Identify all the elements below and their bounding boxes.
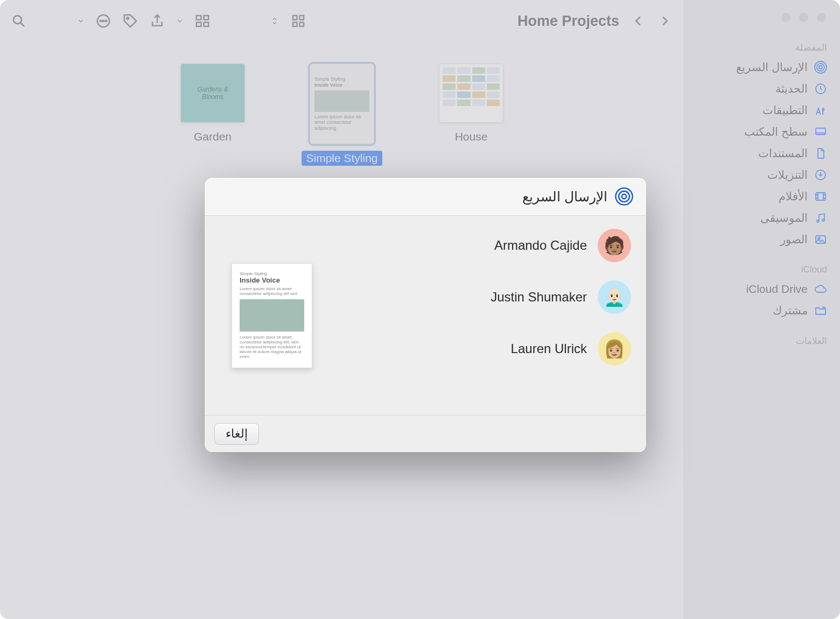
avatar: 👨🏻‍🦲 [598, 280, 631, 314]
airdrop-header: الإرسال السريع [205, 178, 646, 216]
airdrop-contact[interactable]: 👨🏻‍🦲 Justin Shumaker [318, 280, 631, 314]
airdrop-title: الإرسال السريع [522, 189, 607, 205]
avatar: 👩🏼 [598, 332, 631, 365]
contact-name: Lauren Ulrick [511, 341, 587, 356]
airdrop-preview: Simple Styling Inside Voice Lorem ipsum … [226, 229, 318, 402]
airdrop-sheet: الإرسال السريع 🧑🏽 Armando Cajide 👨🏻‍🦲 Ju… [205, 178, 646, 452]
airdrop-contact[interactable]: 👩🏼 Lauren Ulrick [318, 332, 631, 365]
contact-name: Armando Cajide [494, 238, 587, 253]
avatar: 🧑🏽 [598, 229, 631, 262]
preview-document: Simple Styling Inside Voice Lorem ipsum … [232, 263, 312, 368]
airdrop-body: 🧑🏽 Armando Cajide 👨🏻‍🦲 Justin Shumaker 👩… [205, 216, 646, 415]
cancel-button[interactable]: إلغاء [214, 423, 259, 445]
finder-window: المفضلة الإرسال السريع الحديثة التطبيقات… [0, 0, 840, 619]
airdrop-contacts-list: 🧑🏽 Armando Cajide 👨🏻‍🦲 Justin Shumaker 👩… [318, 229, 631, 402]
svg-point-27 [619, 191, 629, 202]
preview-subtitle: Simple Styling [240, 271, 304, 276]
airdrop-contact[interactable]: 🧑🏽 Armando Cajide [318, 229, 631, 262]
svg-point-26 [622, 194, 627, 199]
contact-name: Justin Shumaker [491, 290, 587, 305]
airdrop-footer: إلغاء [205, 415, 646, 452]
preview-title: Inside Voice [240, 276, 304, 284]
airdrop-icon [615, 187, 633, 206]
